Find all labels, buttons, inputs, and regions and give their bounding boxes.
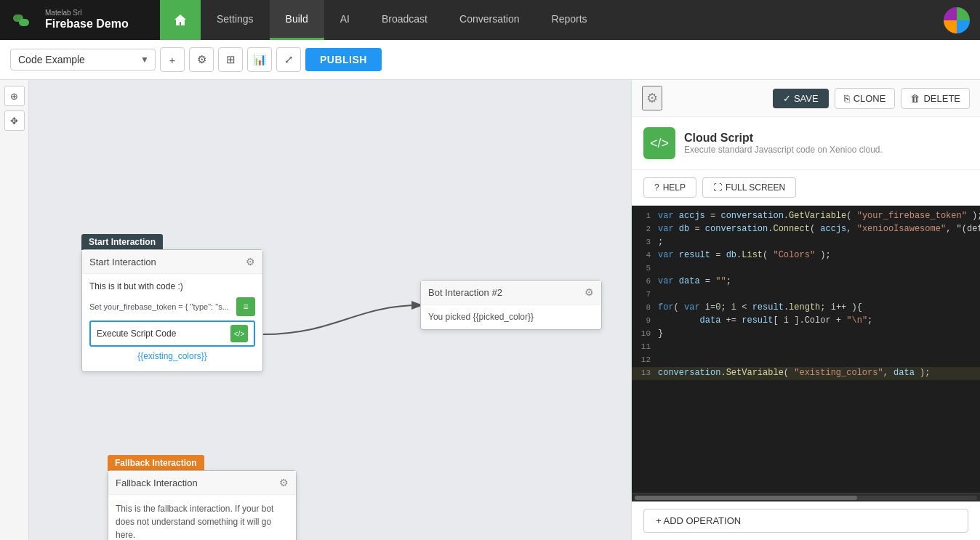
dropdown-arrow-icon[interactable]: ▼ [134,55,155,65]
code-line-9: 9 data += result[ i ].Color + "\n"; [632,315,980,328]
fallback-node-gear-icon[interactable]: ⚙ [279,477,289,488]
canvas-content[interactable]: Start Interaction Start Interaction ⚙ Th… [29,80,631,540]
rp-title-area: Cloud Script Execute standard Javascript… [684,132,883,155]
fallback-interaction-node[interactable]: Fallback Interaction ⚙ This is the fallb… [108,470,297,540]
line-number: 6 [632,275,658,286]
line-number: 9 [632,315,658,326]
sidebar-zoom-in[interactable]: ⊕ [4,86,25,106]
nav-settings[interactable]: Settings [201,0,270,40]
right-panel: ⚙ ✓ SAVE ⎘ CLONE 🗑 DELETE </> Cloud Scri… [631,80,980,540]
code-line-12: 12 [632,354,980,367]
code-editor[interactable]: 1var accjs = conversation.GetVariable( "… [632,206,980,493]
start-variable: {{existing_colors}} [89,347,255,364]
nav-items: Settings Build AI Broadcast Conversation… [160,0,933,40]
expand-button[interactable]: ⤢ [276,47,301,72]
code-line-7: 7 [632,289,980,302]
bot-interaction-node[interactable]: Bot Interaction #2 ⚙ You picked {{picked… [420,280,602,330]
fullscreen-button[interactable]: ⛶ FULL SCREEN [702,177,796,198]
line-number: 13 [632,367,658,378]
logo: Matelab Srl Firebase Demo [0,0,160,40]
rp-right: ✓ SAVE ⎘ CLONE 🗑 DELETE [773,88,970,109]
add-button[interactable]: + [160,47,185,72]
line-content: var result = db.List( "Colors" ); [658,249,831,261]
avatar [944,7,970,33]
clone-button[interactable]: ⎘ CLONE [835,88,896,109]
start-script-row[interactable]: Execute Script Code </> [89,321,255,347]
save-button[interactable]: ✓ SAVE [773,89,828,108]
line-number: 11 [632,341,658,352]
start-node-gear-icon[interactable]: ⚙ [246,256,255,267]
canvas-sidebar: ⊕ ✥ [0,80,29,540]
rp-subtitle: Execute standard Javascript code on Xeni… [684,145,883,155]
toolbar: Code Example ▼ + ⚙ ⊞ 📊 ⤢ PUBLISH [0,40,980,80]
code-line-8: 8for( var i=0; i < result.length; i++ ){ [632,302,980,315]
start-script-icon: </> [230,325,248,342]
company-name: Matelab Srl [45,9,129,17]
bot-node-gear-icon[interactable]: ⚙ [585,286,594,298]
svg-rect-1 [19,19,29,26]
start-node-body: This is it but with code :) Set your_fir… [82,274,262,371]
rp-actions: ? HELP ⛶ FULL SCREEN [632,170,980,206]
fullscreen-icon: ⛶ [713,182,722,193]
help-button[interactable]: ? HELP [643,177,696,198]
clone-icon: ⎘ [844,93,850,104]
line-content: var accjs = conversation.GetVariable( "y… [658,210,980,222]
rp-header: </> Cloud Script Execute standard Javasc… [632,117,980,170]
code-line-3: 3; [632,236,980,249]
code-line-6: 6var data = ""; [632,275,980,289]
nav-conversation[interactable]: Conversation [443,0,536,40]
flow-select-wrapper[interactable]: Code Example ▼ [10,49,156,70]
fallback-node-body: This is the fallback interaction. If you… [108,495,296,540]
trash-icon: 🗑 [910,93,920,104]
start-script-label: Execute Script Code [97,329,228,339]
help-icon: ? [654,182,659,193]
code-line-2: 2var db = conversation.Connect( accjs, "… [632,223,980,236]
start-node-text: This is it but with code :) [89,281,255,291]
line-number: 7 [632,289,658,299]
line-number: 5 [632,262,658,273]
logo-text: Matelab Srl Firebase Demo [45,9,129,31]
start-action-icon: ≡ [236,297,255,316]
scrollbar-thumb [635,496,857,500]
add-operation-button[interactable]: + ADD OPERATION [643,509,968,533]
hierarchy-button[interactable]: ⊞ [218,47,243,72]
cloud-script-icon: </> [650,136,669,151]
rp-settings-button[interactable]: ⚙ [642,86,662,110]
delete-button[interactable]: 🗑 DELETE [901,88,970,109]
settings-button[interactable]: ⚙ [189,47,214,72]
start-interaction-label: Start Interaction [81,234,163,250]
bot-node-body: You picked {{picked_color}} [421,305,601,329]
line-number: 3 [632,236,658,247]
nav-avatar[interactable] [933,0,980,40]
publish-button[interactable]: PUBLISH [305,48,382,71]
start-node-header: Start Interaction ⚙ [82,250,262,274]
rp-icon-box: </> [643,127,675,159]
code-line-10: 10} [632,328,980,341]
right-panel-toolbar: ⚙ ✓ SAVE ⎘ CLONE 🗑 DELETE [632,80,980,117]
line-number: 10 [632,328,658,339]
start-interaction-node[interactable]: Start Interaction ⚙ This is it but with … [81,249,263,372]
fallback-node-header: Fallback Interaction ⚙ [108,471,296,495]
line-content: data += result[ i ].Color + "\n"; [658,315,872,326]
rp-left: ⚙ [642,86,662,110]
nav-broadcast[interactable]: Broadcast [366,0,443,40]
nav-build[interactable]: Build [270,0,324,40]
line-number: 2 [632,223,658,234]
chart-button[interactable]: 📊 [247,47,272,72]
line-content: var data = ""; [658,275,731,287]
line-number: 4 [632,249,658,260]
nav-ai[interactable]: AI [324,0,366,40]
sidebar-drag[interactable]: ✥ [4,110,25,131]
line-content: for( var i=0; i < result.length; i++ ){ [658,302,862,313]
nav-home[interactable] [160,0,201,40]
code-scrollbar[interactable] [632,493,980,501]
line-number: 1 [632,210,658,221]
flow-select[interactable]: Code Example [11,49,134,70]
main-layout: ⊕ ✥ Start Interaction [0,80,980,540]
logo-icon [13,12,39,29]
bot-node-header: Bot Interaction #2 ⚙ [421,281,601,305]
code-line-1: 1var accjs = conversation.GetVariable( "… [632,210,980,223]
fallback-interaction-label: Fallback Interaction [108,455,204,471]
nav-reports[interactable]: Reports [536,0,603,40]
code-line-4: 4var result = db.List( "Colors" ); [632,249,980,262]
